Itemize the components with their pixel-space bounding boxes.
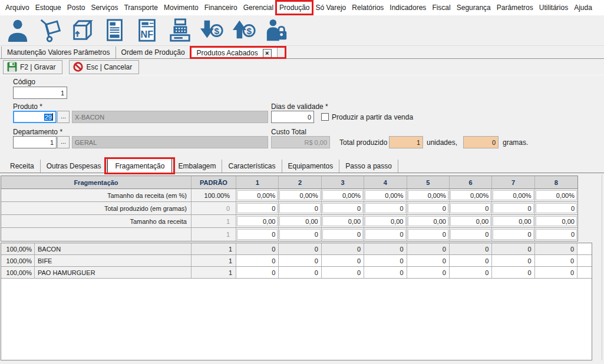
grid-ingredient-row-bacon[interactable]: 100,00%BACON100000000 bbox=[1, 243, 592, 255]
grid-value-input[interactable]: 0,00% bbox=[536, 190, 577, 200]
grid-value-input[interactable]: 0 bbox=[365, 229, 405, 240]
grid-value-cell[interactable]: 0 bbox=[279, 255, 321, 266]
menu-item-so-varejo[interactable]: Só Varejo bbox=[312, 1, 349, 15]
grid-value-input[interactable]: 0 bbox=[322, 229, 363, 240]
grid-value-cell[interactable]: 0 bbox=[492, 255, 534, 266]
grid-value-cell[interactable]: 0 bbox=[322, 267, 364, 278]
produto-code-field[interactable]: 29 bbox=[13, 111, 57, 123]
grid-value-input[interactable]: 0 bbox=[237, 203, 278, 213]
detail-tab-outras-despesas[interactable]: Outras Despesas bbox=[41, 160, 108, 173]
grid-ingredient-row-pao-hamurguer[interactable]: 100,00%PAO HAMURGUER100000000 bbox=[1, 267, 592, 279]
toolbar-button-package[interactable] bbox=[69, 17, 96, 44]
menu-item-financeiro[interactable]: Financeiro bbox=[202, 1, 240, 15]
grid-value-input[interactable]: 0,00 bbox=[237, 216, 278, 226]
grid-value-input[interactable]: 0,00 bbox=[322, 216, 363, 226]
cancel-button[interactable]: Esc | Cancelar bbox=[69, 60, 139, 74]
detail-tab-fragamentacao[interactable]: Fragamentação bbox=[107, 158, 172, 173]
menu-item-gerencial[interactable]: Gerencial bbox=[240, 1, 276, 15]
grid-value-input[interactable]: 0 bbox=[237, 229, 278, 240]
departamento-code-field[interactable]: 1 bbox=[13, 136, 57, 148]
grid-ingredient-row-bife[interactable]: 100,00%BIFE100000000 bbox=[1, 255, 592, 267]
grid-value-input[interactable]: 0 bbox=[536, 229, 577, 240]
grid-value-cell[interactable]: 0 bbox=[492, 243, 534, 254]
menu-item-seguranca[interactable]: Segurança bbox=[454, 1, 494, 15]
menu-item-relatorios[interactable]: Relatórios bbox=[349, 1, 387, 15]
grid-value-input[interactable]: 0 bbox=[279, 229, 320, 240]
dias-validade-field[interactable]: 0 bbox=[271, 111, 314, 123]
detail-tab-passo-a-passo[interactable]: Passo a passo bbox=[339, 160, 398, 173]
grid-value-input[interactable]: 0 bbox=[322, 203, 363, 213]
departamento-browse-button[interactable]: ... bbox=[57, 136, 70, 148]
close-tab-icon[interactable]: × bbox=[263, 49, 272, 58]
toolbar-button-money-down[interactable]: $ bbox=[199, 17, 226, 44]
total-produzido-gramas-field[interactable]: 0 bbox=[463, 136, 499, 148]
total-produzido-unidades-field[interactable]: 1 bbox=[389, 136, 423, 148]
grid-value-cell[interactable]: 0 bbox=[236, 243, 279, 254]
toolbar-button-money-up[interactable]: $ bbox=[231, 17, 258, 44]
grid-value-input[interactable]: 0,00% bbox=[493, 190, 533, 200]
grid-value-cell[interactable]: 0 bbox=[407, 255, 450, 266]
grid-value-input[interactable]: 0 bbox=[408, 229, 448, 240]
grid-value-input[interactable]: 0,00% bbox=[279, 190, 320, 200]
grid-value-input[interactable]: 0,00% bbox=[322, 190, 363, 200]
produto-browse-button[interactable]: ... bbox=[57, 111, 70, 123]
grid-value-input[interactable]: 0,00% bbox=[365, 190, 405, 200]
grid-value-input[interactable]: 0,00 bbox=[450, 216, 491, 226]
menu-item-transporte[interactable]: Transporte bbox=[121, 1, 161, 15]
grid-value-input[interactable]: 0 bbox=[536, 203, 577, 213]
grid-value-cell[interactable]: 0 bbox=[279, 267, 321, 278]
menu-item-utilitarios[interactable]: Utilitários bbox=[536, 1, 571, 15]
grid-value-input[interactable]: 0,00 bbox=[493, 216, 533, 226]
tab-manutencao-valores-parametros[interactable]: Manutenção Valores Parâmetros bbox=[1, 47, 116, 58]
grid-value-input[interactable]: 0,00 bbox=[365, 216, 405, 226]
grid-value-input[interactable]: 0,00% bbox=[237, 190, 278, 200]
grid-value-input[interactable]: 0 bbox=[493, 203, 533, 213]
menu-item-ajuda[interactable]: Ajuda bbox=[571, 1, 595, 15]
grid-value-cell[interactable]: 0 bbox=[407, 267, 450, 278]
grid-value-cell[interactable]: 0 bbox=[279, 243, 321, 254]
grid-value-cell[interactable]: 0 bbox=[364, 255, 407, 266]
grid-value-cell[interactable]: 0 bbox=[450, 267, 492, 278]
grid-value-input[interactable]: 0,00 bbox=[408, 216, 448, 226]
menu-item-arquivo[interactable]: Arquivo bbox=[2, 1, 32, 15]
tab-produtos-acabados[interactable]: Produtos Acabados × bbox=[191, 47, 278, 59]
grid-value-input[interactable]: 0 bbox=[450, 229, 491, 240]
toolbar-button-hand-truck[interactable] bbox=[37, 17, 64, 44]
toolbar-button-user-lock[interactable] bbox=[263, 17, 291, 44]
grid-value-input[interactable]: 0,00% bbox=[450, 190, 491, 200]
grid-value-input[interactable]: 0 bbox=[408, 203, 448, 213]
menu-item-parametros[interactable]: Parâmetros bbox=[494, 1, 536, 15]
grid-value-input[interactable]: 0,00 bbox=[279, 216, 320, 226]
menu-item-movimento[interactable]: Movimento bbox=[161, 1, 202, 15]
menu-item-producao[interactable]: Produção bbox=[276, 1, 312, 15]
detail-tab-caracteristicas[interactable]: Características bbox=[222, 160, 282, 173]
grid-value-input[interactable]: 0,00 bbox=[536, 216, 577, 226]
grid-value-cell[interactable]: 0 bbox=[322, 243, 364, 254]
grid-value-cell[interactable]: 0 bbox=[535, 267, 577, 278]
produzir-checkbox[interactable] bbox=[321, 113, 329, 121]
detail-tab-equipamentos[interactable]: Equipamentos bbox=[282, 160, 340, 173]
grid-value-cell[interactable]: 0 bbox=[535, 243, 577, 254]
toolbar-button-nf-document[interactable]: NF bbox=[134, 17, 161, 44]
menu-item-estoque[interactable]: Estoque bbox=[32, 1, 64, 15]
grid-value-input[interactable]: 0 bbox=[493, 229, 533, 240]
grid-value-input[interactable]: 0 bbox=[450, 203, 491, 213]
grid-value-input[interactable]: 0 bbox=[365, 203, 405, 213]
tab-ordem-de-producao[interactable]: Ordem de Produção bbox=[116, 47, 191, 58]
menu-item-fiscal[interactable]: Fiscal bbox=[429, 1, 453, 15]
grid-value-cell[interactable]: 0 bbox=[450, 243, 492, 254]
detail-tab-receita[interactable]: Receita bbox=[4, 160, 41, 173]
grid-value-cell[interactable]: 0 bbox=[364, 267, 407, 278]
menu-item-posto[interactable]: Posto bbox=[64, 1, 88, 15]
menu-item-indicadores[interactable]: Indicadores bbox=[387, 1, 429, 15]
grid-value-cell[interactable]: 0 bbox=[450, 255, 492, 266]
grid-value-input[interactable]: 0,00% bbox=[408, 190, 448, 200]
grid-value-cell[interactable]: 0 bbox=[535, 255, 577, 266]
save-button[interactable]: F2 | Gravar bbox=[3, 60, 62, 74]
menu-item-servicos[interactable]: Serviços bbox=[88, 1, 121, 15]
toolbar-button-user[interactable] bbox=[4, 17, 31, 44]
grid-value-cell[interactable]: 0 bbox=[364, 243, 407, 254]
grid-value-input[interactable]: 0 bbox=[279, 203, 320, 213]
detail-tab-embalagem[interactable]: Embalagem bbox=[172, 160, 222, 173]
grid-value-cell[interactable]: 0 bbox=[236, 255, 279, 266]
